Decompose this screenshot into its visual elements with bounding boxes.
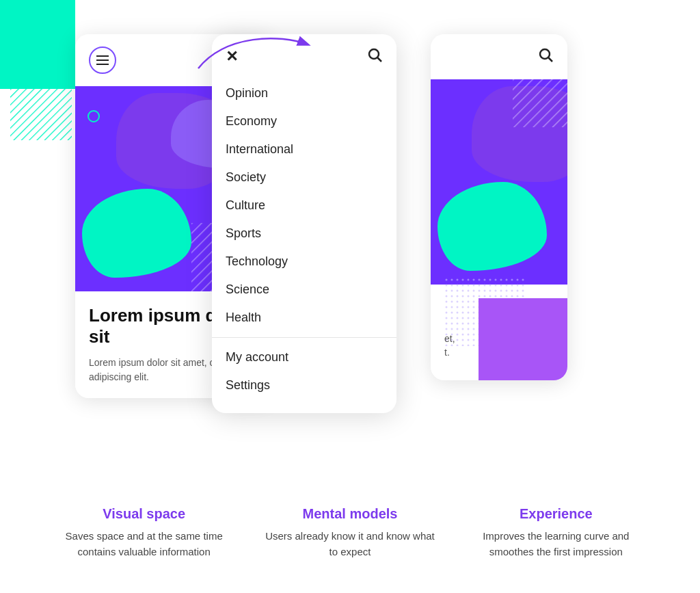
- svg-point-6: [369, 49, 379, 59]
- menu-item-settings[interactable]: Settings: [226, 371, 383, 399]
- right-text-partial-2: t.: [444, 345, 450, 360]
- menu-panel: ✕ Opinion Economy International Society …: [212, 34, 396, 413]
- feature-desc-3: Improves the learning curve and smoothes…: [467, 529, 645, 559]
- menu-item-technology[interactable]: Technology: [226, 248, 383, 276]
- main-container: Lorem ipsum dolor sit Lorem ipsum dolor …: [0, 0, 700, 559]
- menu-divider: [212, 337, 396, 338]
- phone-right-header: [431, 34, 567, 79]
- menu-nav-items: Opinion Economy International Society Cu…: [212, 79, 396, 332]
- hero-image-right: [431, 79, 567, 285]
- hamburger-line-2: [96, 60, 109, 61]
- menu-item-economy[interactable]: Economy: [226, 107, 383, 135]
- svg-point-8: [540, 49, 550, 59]
- search-button-menu[interactable]: [366, 47, 383, 67]
- hamburger-line-1: [96, 55, 109, 57]
- feature-title-3: Experience: [467, 506, 645, 522]
- blob-green: [82, 189, 191, 278]
- circle-small: [88, 110, 100, 122]
- arrow-decoration: [185, 27, 321, 82]
- feature-title-2: Mental models: [260, 506, 439, 522]
- menu-item-culture[interactable]: Culture: [226, 192, 383, 220]
- feature-desc-1: Saves space and at the same time contain…: [55, 529, 233, 559]
- svg-line-9: [549, 58, 553, 62]
- hamburger-line-3: [96, 64, 109, 65]
- menu-item-international[interactable]: International: [226, 135, 383, 163]
- menu-item-sports[interactable]: Sports: [226, 220, 383, 248]
- right-text-partial-1: et,: [444, 332, 455, 346]
- menu-item-myaccount[interactable]: My account: [226, 343, 383, 371]
- menu-item-opinion[interactable]: Opinion: [226, 79, 383, 107]
- feature-title-1: Visual space: [55, 506, 233, 522]
- search-button-right[interactable]: [537, 47, 554, 67]
- feature-experience: Experience Improves the learning curve a…: [453, 506, 659, 559]
- menu-item-science[interactable]: Science: [226, 276, 383, 304]
- feature-desc-2: Users already know it and know what to e…: [260, 529, 439, 559]
- purple-decoration-block: [479, 298, 567, 380]
- svg-line-7: [378, 58, 382, 62]
- phones-area: Lorem ipsum dolor sit Lorem ipsum dolor …: [0, 21, 700, 486]
- features-section: Visual space Saves space and at the same…: [0, 486, 700, 559]
- hamburger-button[interactable]: [89, 47, 116, 74]
- feature-visual-space: Visual space Saves space and at the same…: [41, 506, 247, 559]
- menu-item-society[interactable]: Society: [226, 163, 383, 192]
- feature-mental-models: Mental models Users already know it and …: [247, 506, 453, 559]
- menu-item-health[interactable]: Health: [226, 304, 383, 332]
- svg-rect-11: [513, 79, 567, 127]
- menu-secondary-items: My account Settings: [212, 343, 396, 399]
- phone-right-partial: et, t.: [431, 34, 567, 380]
- blob-right-green: [438, 182, 547, 271]
